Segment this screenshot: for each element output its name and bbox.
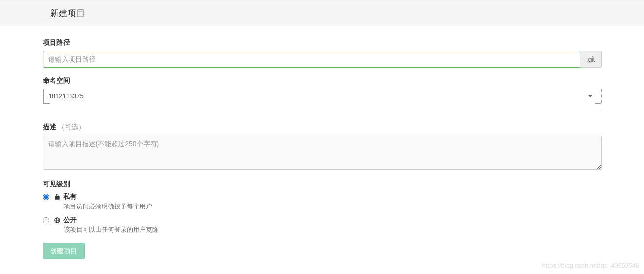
namespace-select[interactable]: 1812113375 — [44, 89, 601, 103]
project-path-group: 项目路径 .git — [43, 38, 602, 68]
visibility-option-public[interactable]: 公开 该项目可以由任何登录的用户克隆 — [43, 216, 602, 234]
caret-down-icon — [588, 95, 592, 97]
globe-icon — [54, 217, 61, 223]
page-header: 新建项目 — [0, 0, 644, 26]
private-title-text: 私有 — [63, 192, 77, 201]
description-textarea[interactable] — [43, 136, 602, 170]
private-desc: 项目访问必须明确授予每个用户 — [64, 202, 602, 211]
radio-private-title: 私有 — [54, 192, 602, 201]
page-title: 新建项目 — [50, 7, 594, 19]
visibility-label: 可见级别 — [43, 180, 602, 188]
radio-private[interactable] — [43, 194, 49, 200]
lock-icon — [54, 193, 61, 200]
visibility-option-private[interactable]: 私有 项目访问必须明确授予每个用户 — [43, 192, 602, 211]
public-desc: 该项目可以由任何登录的用户克隆 — [64, 225, 602, 234]
watermark: https://blog.csdn.net/qq_43959546 — [542, 262, 640, 269]
project-path-input-group: .git — [43, 51, 602, 68]
project-path-label: 项目路径 — [43, 38, 602, 47]
visibility-group: 可见级别 私有 项目访问必须明确授予每个用户 — [43, 180, 602, 234]
radio-public-title: 公开 — [54, 216, 602, 224]
form-area: 项目路径 .git 命名空间 1812113375 描述 （可选） 可见级别 — [43, 26, 602, 272]
description-label-text: 描述 — [43, 123, 56, 131]
radio-public[interactable] — [43, 217, 49, 223]
description-group: 描述 （可选） — [43, 123, 602, 171]
git-suffix: .git — [580, 51, 602, 68]
radio-public-content: 公开 该项目可以由任何登录的用户克隆 — [54, 216, 602, 234]
description-optional: （可选） — [58, 123, 85, 131]
namespace-group: 命名空间 1812113375 — [43, 76, 602, 103]
namespace-value: 1812113375 — [49, 92, 84, 100]
description-label: 描述 （可选） — [43, 123, 602, 132]
project-path-input[interactable] — [43, 51, 580, 68]
namespace-select-wrapper: 1812113375 — [43, 89, 602, 103]
divider — [43, 112, 602, 112]
radio-private-content: 私有 项目访问必须明确授予每个用户 — [54, 192, 602, 211]
namespace-label: 命名空间 — [43, 76, 602, 85]
public-title-text: 公开 — [63, 216, 77, 224]
create-project-button[interactable]: 创建项目 — [43, 243, 85, 259]
